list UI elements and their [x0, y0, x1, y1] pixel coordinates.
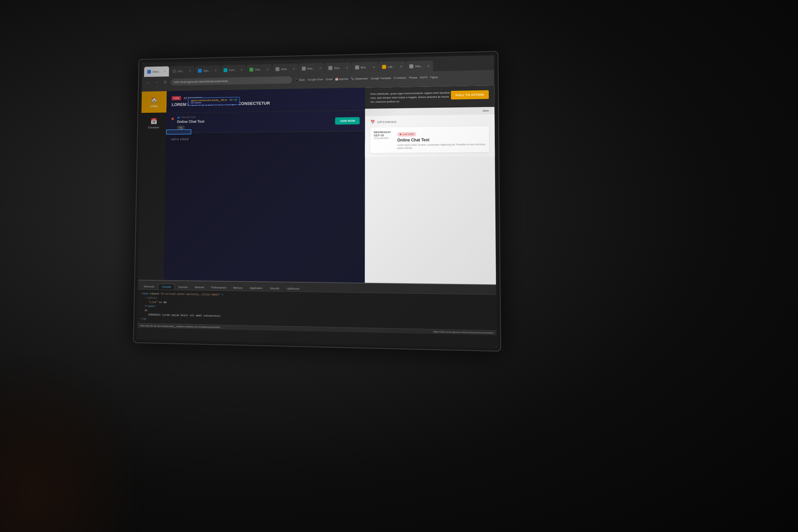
tab-close-pull[interactable]: ✕: [241, 69, 243, 72]
event-desc: Lorem ipsum dolor sit amet, consectetur …: [397, 142, 486, 150]
devtools-tab-console[interactable]: Console: [158, 284, 174, 290]
chat-type-icon: 👥: [177, 116, 180, 119]
bookmark-photos[interactable]: Photos: [409, 76, 417, 79]
chat-title: Online Chat Test: [177, 118, 332, 124]
screen: Chan... ✕ (9+)... ✕ Sign... ✕ Pull r... …: [137, 55, 497, 347]
tab-title-wind: wind...: [281, 68, 289, 71]
event-details: LIVE NOW Online Chat Test Lorem ipsum do…: [397, 130, 486, 150]
tab-title-mus: Mus...: [307, 67, 314, 70]
bookmark-apps[interactable]: 📱 Apps: [295, 78, 305, 81]
event-month-day: SEP 09: [374, 134, 394, 137]
tab-close-mus[interactable]: ✕: [319, 67, 322, 70]
tab-close-wind[interactable]: ✕: [292, 67, 295, 70]
right-header: Duis sollicitudin, quam eget viverra tin…: [365, 86, 494, 109]
event-title: LOREM IPSUM DOLOR SIT AMET CONSECTETUR: [172, 99, 360, 108]
event-day-name: WEDNESDAY: [374, 131, 394, 134]
tab-title-sign: Sign...: [203, 69, 210, 72]
tab-wind[interactable]: wind... ✕: [272, 63, 298, 75]
website-layout: 🏠 Lobby 📅 Schedule span.m-virtual-event-…: [138, 86, 496, 285]
upcoming-label: 📅 UPCOMING: [370, 118, 489, 124]
tab-title-virtu2: Virtu...: [415, 64, 423, 68]
event-location: AT ESKO2021: [184, 96, 203, 100]
tab-title-lob: Lob...: [388, 65, 394, 68]
bookmark-exfo[interactable]: EXFO: [420, 76, 427, 79]
event-card: LIVE AT ESKO2021 LOREM IPSUM DOLOR SIT A…: [167, 88, 365, 113]
tab-favicon-virtu2: [409, 64, 413, 68]
devtools-tab-application[interactable]: Application: [246, 285, 266, 291]
calendar-icon: 📅: [370, 120, 375, 124]
live-dot: [400, 134, 401, 135]
devtools-tab-network[interactable]: Network: [191, 284, 208, 290]
bookmark-gmail[interactable]: Gmail: [325, 77, 332, 80]
chat-online-dot: [171, 117, 174, 120]
live-now-badge: LIVE NOW: [397, 132, 416, 137]
tab-favicon-lob: [382, 65, 386, 69]
tab-close-chan[interactable]: ✕: [164, 70, 166, 73]
tab-favicon-sign: [198, 69, 202, 73]
cta-button[interactable]: CALL TO ACTION: [451, 90, 489, 99]
bookmark-translate[interactable]: Google Translate: [371, 76, 391, 80]
tab-mus[interactable]: Mus... ✕: [299, 63, 325, 74]
tab-close-sign[interactable]: ✕: [215, 69, 217, 72]
tab-favicon-mon: [355, 65, 359, 70]
devtools-tab-elements[interactable]: Elements: [141, 284, 158, 289]
tab-close-syst[interactable]: ✕: [346, 66, 348, 69]
chat-info: 👥 ONLINE CHAT Online Chat Test 5g: [177, 114, 332, 130]
reload-button[interactable]: ↻: [162, 79, 169, 86]
tab-close-virtu2[interactable]: ✕: [427, 64, 430, 68]
bookmark-agenda[interactable]: 📅 Agenda: [335, 77, 348, 81]
tab-close-lob[interactable]: ✕: [400, 65, 402, 68]
right-panel: Duis sollicitudin, quam eget viverra tin…: [365, 86, 496, 285]
chat-item: 👥 ONLINE CHAT Online Chat Test 5g JOIN N…: [166, 110, 365, 133]
devtools-tab-memory[interactable]: Memory: [230, 285, 246, 291]
tab-notif[interactable]: (9+)... ✕: [169, 66, 194, 76]
live-badge: LIVE: [172, 96, 181, 100]
info-feed: INFO FEED: [166, 131, 365, 144]
tab-mon[interactable]: Mon ✕: [352, 62, 378, 73]
tab-title-chan: Chan...: [153, 70, 160, 73]
devtools-tab-lighthouse[interactable]: Lighthouse: [283, 286, 303, 291]
sidebar-item-lobby[interactable]: 🏠 Lobby: [141, 91, 167, 113]
devtools-tab-performance[interactable]: Performance: [208, 285, 229, 291]
info-feed-title: INFO FEED: [171, 138, 189, 141]
tab-close-mon[interactable]: ✕: [373, 65, 375, 69]
tab-title-syst: Syst...: [334, 66, 341, 69]
join-now-button[interactable]: JOIN NOW: [335, 117, 360, 125]
devtools-tab-security[interactable]: Security: [266, 286, 283, 291]
tab-favicon-mus: [302, 66, 306, 71]
chat-badge: 5g: [177, 125, 185, 130]
main-content: span.m-virtual-event-activity__title-la …: [164, 88, 365, 283]
tab-close-virtu[interactable]: ✕: [266, 68, 269, 71]
back-button[interactable]: ←: [144, 79, 151, 86]
address-input[interactable]: [171, 76, 292, 86]
home-icon: 🏠: [151, 96, 158, 103]
tab-syst[interactable]: Syst... ✕: [325, 62, 352, 74]
tab-chan[interactable]: Chan... ✕: [144, 66, 169, 77]
event-name: Online Chat Test: [397, 137, 486, 142]
tab-favicon-pull: [224, 68, 227, 72]
tab-title-mon: Mon: [361, 66, 366, 69]
tab-close-notif[interactable]: ✕: [189, 70, 191, 73]
tab-favicon-notif: [173, 69, 176, 73]
tab-pull[interactable]: Pull r... ✕: [221, 64, 246, 75]
bookmark-drive[interactable]: Google Drive: [307, 78, 323, 81]
tab-favicon-wind: [276, 67, 280, 71]
tab-title-virtu: Virtu...: [255, 68, 262, 71]
right-header-text: Duis sollicitudin, quam eget viverra tin…: [370, 91, 451, 104]
tab-title-notif: (9+)...: [178, 70, 185, 73]
tab-virtu2[interactable]: Virtu... ✕: [406, 60, 433, 72]
upcoming-text: UPCOMING: [377, 120, 397, 124]
tab-sign[interactable]: Sign... ✕: [194, 65, 220, 76]
bookmark-depanneur[interactable]: 🔧 Dépanneur: [351, 77, 368, 80]
bookmark-figma[interactable]: Figma: [430, 75, 438, 78]
sidebar-item-schedule[interactable]: 📅 Schedule: [141, 112, 166, 134]
tab-lob[interactable]: Lob... ✕: [379, 61, 406, 72]
tab-favicon-virtu: [249, 68, 253, 72]
tab-virtu[interactable]: Virtu... ✕: [246, 64, 272, 75]
devtools-tab-sources[interactable]: Sources: [175, 284, 191, 290]
devtools-path: html body div div div.t-virtual-event__s…: [140, 324, 221, 328]
chat-type-text: ONLINE CHAT: [181, 116, 196, 118]
forward-button[interactable]: →: [153, 79, 160, 86]
schedule-icon: 📅: [150, 118, 157, 125]
bookmark-invision[interactable]: In InVision: [394, 76, 406, 79]
